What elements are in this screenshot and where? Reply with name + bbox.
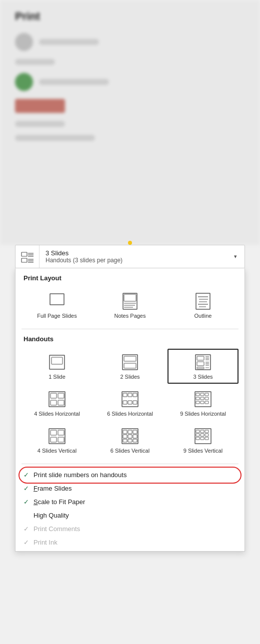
- option-print-ink[interactable]: ✓ Print Ink: [16, 536, 244, 549]
- layout-item-4-vert[interactable]: 4 Slides Vertical: [22, 423, 92, 458]
- option-frame-slides[interactable]: ✓ Frame Slides: [16, 482, 244, 495]
- svg-rect-80: [196, 437, 200, 440]
- layout-item-1-slide-label: 1 Slide: [48, 374, 66, 380]
- option-high-quality[interactable]: ✓ High Quality: [16, 509, 244, 522]
- blur-btn-1: [15, 99, 65, 113]
- svg-rect-58: [49, 429, 65, 444]
- svg-rect-34: [197, 367, 204, 369]
- layout-item-outline[interactable]: Outline: [168, 288, 238, 323]
- blurred-background: Print: [0, 0, 260, 245]
- svg-rect-81: [200, 437, 204, 440]
- layout-item-9-vert[interactable]: 9 Slides Vertical: [168, 423, 238, 458]
- layout-item-full-page-label: Full Page Slides: [37, 313, 77, 319]
- svg-rect-63: [122, 429, 138, 444]
- layout-item-2-slides-label: 2 Slides: [120, 374, 140, 380]
- svg-rect-53: [200, 397, 204, 400]
- dropdown-subtitle: Handouts (3 slides per page): [46, 257, 220, 264]
- dropdown-icon: [16, 245, 40, 268]
- svg-rect-30: [197, 362, 204, 366]
- blur-element-2: [15, 73, 33, 91]
- check-print-ink-icon: ✓: [24, 539, 34, 546]
- svg-rect-56: [200, 401, 204, 404]
- svg-rect-50: [200, 393, 204, 396]
- layout-item-3-slides-label: 3 Slides: [193, 374, 212, 380]
- svg-rect-55: [196, 401, 200, 404]
- svg-rect-82: [205, 437, 208, 440]
- outline-icon: [193, 293, 213, 310]
- blur-line-1: [39, 39, 99, 45]
- options-list: ✓ Print slide numbers on handouts ✓ Fram…: [16, 464, 244, 551]
- svg-rect-0: [22, 252, 27, 256]
- layout-item-9-horiz[interactable]: 9 Slides Horizontal: [168, 386, 238, 421]
- layout-item-2-slides[interactable]: 2 Slides: [94, 349, 166, 384]
- svg-rect-57: [205, 401, 208, 404]
- handouts-header: Handouts: [16, 329, 244, 347]
- layout-item-6-vert[interactable]: 6 Slides Vertical: [94, 423, 166, 458]
- dropdown-title: 3 Slides: [46, 249, 220, 257]
- option-print-comments[interactable]: ✓ Print Comments: [16, 522, 244, 536]
- layout-item-4-horiz[interactable]: 4 Slides Horizontal: [22, 386, 92, 421]
- svg-rect-38: [58, 393, 64, 398]
- 3-slides-icon: [193, 354, 213, 371]
- svg-rect-43: [128, 393, 132, 397]
- option-high-quality-label: High Quality: [34, 512, 69, 519]
- layout-item-6-horiz[interactable]: 6 Slides Horizontal: [94, 386, 166, 421]
- 2-slides-icon: [120, 354, 140, 371]
- svg-rect-76: [205, 430, 208, 433]
- 9-slides-vert-icon: [193, 428, 213, 445]
- blur-element-1: [15, 33, 33, 51]
- svg-rect-8: [50, 294, 64, 305]
- yellow-indicator: [0, 241, 260, 245]
- svg-rect-52: [196, 397, 200, 400]
- layout-item-1-slide[interactable]: 1 Slide: [22, 349, 92, 384]
- option-frame-slides-label: Frame Slides: [34, 485, 72, 492]
- layout-item-9-horiz-label: 9 Slides Horizontal: [180, 411, 226, 417]
- 9-slides-horiz-icon: [193, 391, 213, 408]
- svg-rect-54: [205, 397, 208, 400]
- check-frame-slides-icon: ✓: [24, 485, 34, 492]
- svg-rect-77: [196, 434, 200, 436]
- svg-rect-74: [196, 430, 200, 433]
- svg-rect-68: [128, 435, 132, 438]
- option-slide-numbers-label: Print slide numbers on handouts: [34, 471, 126, 479]
- svg-rect-4: [22, 258, 27, 262]
- 4-slides-horiz-icon: [47, 391, 67, 408]
- 6-slides-vert-icon: [120, 428, 140, 445]
- svg-rect-66: [123, 439, 127, 442]
- svg-rect-21: [52, 357, 62, 364]
- layout-item-notes-label: Notes Pages: [114, 313, 146, 319]
- dropdown-arrow-icon[interactable]: ▾: [226, 245, 244, 268]
- blur-line-4: [15, 121, 65, 127]
- svg-rect-37: [50, 393, 56, 398]
- blur-line-5: [15, 135, 95, 141]
- layout-item-4-vert-label: 4 Slides Vertical: [38, 448, 76, 454]
- layout-item-6-vert-label: 6 Slides Vertical: [110, 448, 150, 454]
- svg-rect-24: [124, 363, 136, 368]
- svg-rect-23: [124, 356, 136, 361]
- svg-rect-44: [133, 393, 137, 397]
- layout-item-3-slides[interactable]: 3 Slides: [168, 349, 238, 384]
- blur-line-2: [15, 59, 55, 65]
- svg-rect-70: [133, 430, 137, 434]
- svg-rect-39: [50, 400, 56, 405]
- svg-rect-46: [128, 401, 132, 404]
- layout-item-4-horiz-label: 4 Slides Horizontal: [34, 411, 80, 417]
- layout-item-full-page[interactable]: Full Page Slides: [22, 288, 92, 323]
- option-scale-fit[interactable]: ✓ Scale to Fit Paper: [16, 495, 244, 509]
- svg-rect-49: [196, 393, 200, 396]
- svg-rect-40: [58, 400, 64, 405]
- svg-rect-75: [200, 430, 204, 433]
- 1-slide-icon: [47, 354, 67, 371]
- check-scale-fit-icon: ✓: [24, 498, 34, 506]
- svg-rect-22: [122, 355, 138, 370]
- option-slide-numbers[interactable]: ✓ Print slide numbers on handouts: [16, 468, 244, 482]
- svg-rect-62: [58, 437, 64, 442]
- svg-rect-42: [123, 393, 127, 397]
- svg-rect-60: [50, 437, 56, 442]
- svg-rect-64: [123, 430, 127, 434]
- dropdown-panel: Print Layout Full Page Slides Notes Page…: [15, 268, 245, 552]
- svg-rect-59: [50, 430, 56, 435]
- check-slide-numbers-icon: ✓: [24, 471, 34, 479]
- layout-item-notes[interactable]: Notes Pages: [94, 288, 166, 323]
- layout-dropdown-trigger[interactable]: 3 Slides Handouts (3 slides per page) ▾: [15, 245, 245, 268]
